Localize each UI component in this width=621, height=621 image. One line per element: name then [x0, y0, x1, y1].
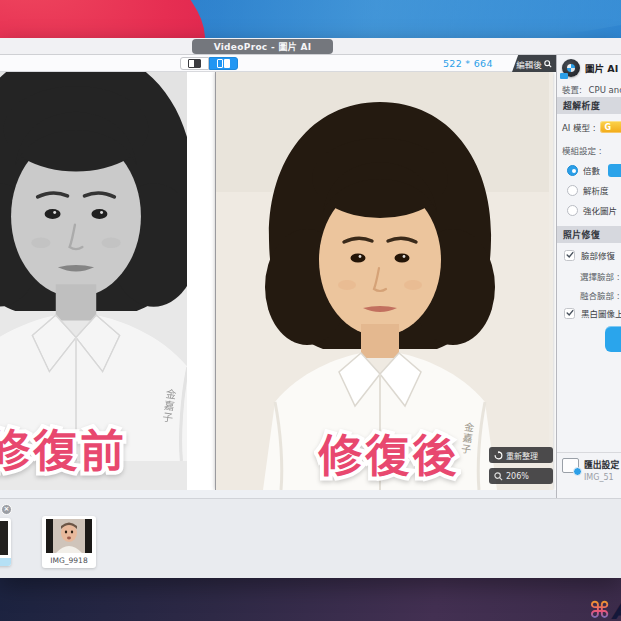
toolbar: 522 * 664 編輯後 — [0, 55, 621, 72]
watermark-letter: A — [611, 594, 621, 621]
scale-segment-control[interactable] — [608, 164, 621, 177]
checkbox-checked-icon[interactable] — [564, 250, 575, 261]
preview-canvas: 修復前修復前 修復後修復後 重新整理 206% — [0, 72, 556, 490]
filmstrip: × IMG_9918 — [0, 498, 621, 578]
blend-face-label: 融合臉部 : — [580, 289, 620, 301]
zoom-level-value: 206% — [506, 472, 529, 481]
titlebar[interactable]: VideoProc - 圖片 AI — [0, 38, 621, 55]
image-ai-icon — [562, 59, 580, 77]
single-view-icon — [188, 59, 201, 68]
zoom-icon — [494, 472, 503, 481]
window-title: VideoProc - 圖片 AI — [192, 39, 333, 54]
before-caption: 修復前修復前 — [0, 430, 127, 474]
colorize-label: 黑白圖像上色 — [581, 307, 621, 319]
desktop-wallpaper-bottom — [0, 578, 621, 621]
sidebar-header: 圖片 AI : — [562, 59, 621, 77]
videoproc-window: VideoProc - 圖片 AI 522 * 664 編輯後 — [0, 38, 621, 578]
ai-model-row: AI 模型 : G — [562, 121, 621, 133]
command-logo-watermark: ⌘ — [589, 597, 610, 621]
image-dimensions: 522 * 664 — [443, 58, 493, 69]
select-face-label: 選擇臉部 : — [580, 270, 620, 282]
thumbnail-image — [46, 519, 92, 553]
export-filename: IMG_51 — [584, 473, 619, 482]
device-value: CPU and — [589, 85, 621, 95]
edited-preview-tab[interactable]: 編輯後 — [512, 55, 556, 72]
export-settings-label: 匯出設定 — [584, 458, 619, 471]
screen: ⌘ A VideoProc - 圖片 AI 522 * 664 編輯後 — [0, 0, 621, 621]
option-enhance-label: 強化圖片 — [583, 204, 617, 216]
edited-tab-label: 編輯後 — [516, 58, 542, 70]
settings-sidebar: 圖片 AI : 裝置: CPU and 超解析度 AI 模型 : G 模組設定 … — [556, 55, 621, 498]
option-enhance[interactable]: 強化圖片 — [567, 203, 621, 217]
zoom-level-control[interactable]: 206% — [489, 468, 553, 484]
face-restore-label: 臉部修復 — [581, 249, 615, 261]
sidebar-divider — [557, 452, 621, 453]
refresh-button[interactable]: 重新整理 — [489, 447, 553, 463]
face-restore-option[interactable]: 臉部修復 — [564, 248, 621, 262]
export-settings-icon — [562, 458, 579, 473]
thumbnail-selected[interactable] — [0, 518, 11, 566]
option-resolution-label: 解析度 — [583, 184, 609, 196]
section-photo-restore: 照片修復 — [557, 226, 621, 243]
after-image[interactable] — [215, 72, 553, 490]
device-selector[interactable]: 裝置: CPU and — [562, 83, 621, 95]
thumbnail-image — [0, 521, 8, 555]
view-mode-toggle — [180, 57, 238, 70]
option-resolution[interactable]: 解析度 — [567, 183, 621, 197]
split-view-icon — [217, 59, 231, 68]
after-caption: 修復後修復後 — [318, 435, 459, 479]
export-settings[interactable]: 匯出設定 IMG_51 — [562, 458, 619, 482]
selected-indicator — [0, 558, 11, 566]
ai-model-label: AI 模型 : — [562, 121, 596, 133]
single-view-button[interactable] — [180, 57, 209, 70]
radio-icon[interactable] — [567, 205, 578, 216]
sidebar-title: 圖片 AI : — [585, 61, 621, 75]
thumbnail-img-9918[interactable]: IMG_9918 — [42, 516, 96, 568]
module-settings-label: 模組設定 : — [562, 144, 621, 156]
option-scale[interactable]: 倍數 — [567, 163, 621, 177]
close-thumbnail-icon[interactable]: × — [1, 504, 12, 515]
option-scale-label: 倍數 — [583, 164, 600, 176]
run-button[interactable] — [605, 326, 621, 352]
refresh-icon — [494, 451, 503, 460]
ai-model-button[interactable]: G — [600, 121, 621, 133]
radio-icon[interactable] — [567, 185, 578, 196]
magnifier-icon — [544, 60, 552, 68]
refresh-label: 重新整理 — [506, 450, 538, 461]
thumbnail-filename: IMG_9918 — [42, 556, 96, 565]
split-view-button[interactable] — [209, 57, 238, 70]
section-super-resolution: 超解析度 — [557, 97, 621, 114]
checkbox-checked-icon[interactable] — [564, 308, 575, 319]
radio-selected-icon[interactable] — [567, 165, 578, 176]
colorize-option[interactable]: 黑白圖像上色 — [564, 306, 621, 320]
device-label: 裝置: — [562, 85, 582, 95]
